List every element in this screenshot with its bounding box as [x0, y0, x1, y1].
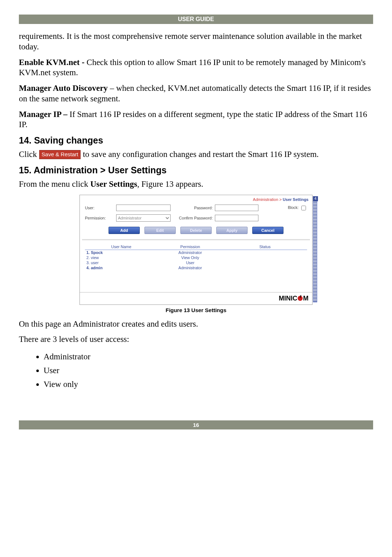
- cell-permission: User: [158, 261, 223, 265]
- lead: Enable KVM.net -: [19, 58, 87, 67]
- cell-permission: Administrator: [158, 250, 223, 255]
- paragraph-save-restart: Click Save & Restart to save any configu…: [19, 149, 373, 160]
- cell-permission: View Only: [158, 255, 223, 260]
- bold: User Settings: [90, 179, 137, 189]
- page-number: 16: [193, 422, 199, 428]
- breadcrumb: Administration > User Settings: [80, 195, 312, 203]
- confirm-password-input[interactable]: [215, 215, 258, 221]
- permission-select[interactable]: Administrator: [116, 214, 171, 222]
- list-item: User: [44, 364, 373, 378]
- table-row[interactable]: 3. userUser: [85, 260, 307, 265]
- pre: From the menu click: [19, 179, 90, 189]
- figure-caption: Figure 13 User Settings: [19, 307, 373, 313]
- panel-divider: [82, 239, 310, 240]
- apply-button[interactable]: Apply: [216, 227, 248, 234]
- button-row: Add Edit Delete Apply Cancel: [80, 224, 312, 238]
- deco-number: 4: [313, 196, 318, 201]
- paragraph-requirements: requirements. It is the most comprehensi…: [19, 31, 373, 52]
- crumb-current: User Settings: [283, 197, 309, 202]
- block-label: Block:: [288, 205, 299, 210]
- add-button[interactable]: Add: [109, 227, 140, 234]
- confirm-label: Confirm Password:: [173, 216, 213, 220]
- edit-button[interactable]: Edit: [144, 227, 176, 234]
- list-item: Administrator: [44, 350, 373, 364]
- col-permission: Permission: [158, 245, 223, 249]
- access-list: AdministratorUserView only: [33, 350, 373, 391]
- crumb-root: Administration: [253, 197, 278, 202]
- post: , Figure 13 appears.: [137, 179, 203, 189]
- paragraph-user-settings-intro: From the menu click User Settings, Figur…: [19, 179, 373, 190]
- cell-username: 1. Spock: [85, 250, 158, 255]
- permission-label: Permission:: [85, 216, 114, 220]
- col-username: User Name: [85, 245, 158, 249]
- cell-status: [223, 255, 307, 260]
- delete-button[interactable]: Delete: [180, 227, 212, 234]
- header-title: USER GUIDE: [178, 16, 214, 22]
- paragraph-manager-ip: Manager IP – If Smart 116 IP resides on …: [19, 109, 373, 130]
- cell-username: 3. user: [85, 261, 158, 265]
- pre: Click: [19, 150, 39, 159]
- user-settings-panel: 4 Administration > User Settings User: P…: [79, 195, 313, 305]
- password-input[interactable]: [215, 205, 258, 211]
- heading-user-settings: 15. Administration > User Settings: [19, 165, 373, 175]
- lead: Manager IP –: [19, 110, 69, 119]
- cell-username: 2. view: [85, 255, 158, 260]
- brand-pre: MINIC: [279, 295, 297, 302]
- save-restart-button[interactable]: Save & Restart: [39, 150, 81, 159]
- list-item: View only: [44, 378, 373, 391]
- paragraph-access-levels: There are 3 levels of user access:: [19, 334, 373, 345]
- paragraph-auto-discovery: Manager Auto Discovery – when checked, K…: [19, 83, 373, 104]
- text: If Smart 116 IP resides on a different s…: [19, 110, 367, 129]
- crumb-sep: >: [279, 197, 282, 202]
- cell-username: 4. admin: [85, 266, 158, 270]
- page-header: USER GUIDE: [19, 15, 373, 24]
- user-input[interactable]: [116, 205, 171, 211]
- panel-footer: MINICM: [80, 292, 312, 304]
- cell-status: [223, 250, 307, 255]
- cell-status: [223, 266, 307, 270]
- col-status: Status: [223, 245, 307, 249]
- cell-permission: Administrator: [158, 266, 223, 270]
- users-table: User Name Permission Status 1. SpockAdmi…: [85, 244, 307, 270]
- block-checkbox[interactable]: [301, 206, 306, 210]
- heading-saving-changes: 14. Saving changes: [19, 135, 373, 146]
- table-row[interactable]: 1. SpockAdministrator: [85, 250, 307, 255]
- table-row[interactable]: 4. adminAdministrator: [85, 265, 307, 270]
- panel-side-decoration: 4: [313, 197, 317, 302]
- user-label: User:: [85, 206, 114, 210]
- password-label: Password:: [173, 206, 213, 210]
- brand-post: M: [303, 295, 309, 302]
- cancel-button[interactable]: Cancel: [252, 227, 283, 234]
- paragraph-enable-kvm: Enable KVM.net - Check this option to al…: [19, 57, 373, 78]
- cell-status: [223, 261, 307, 265]
- table-header: User Name Permission Status: [85, 244, 307, 250]
- page-footer: 16: [19, 420, 373, 429]
- paragraph-admin-creates: On this page an Administrator creates an…: [19, 319, 373, 330]
- brand-o-icon: [298, 296, 303, 301]
- lead: Manager Auto Discovery: [19, 84, 108, 93]
- post: to save any configuration changes and re…: [83, 150, 319, 159]
- table-row[interactable]: 2. viewView Only: [85, 255, 307, 260]
